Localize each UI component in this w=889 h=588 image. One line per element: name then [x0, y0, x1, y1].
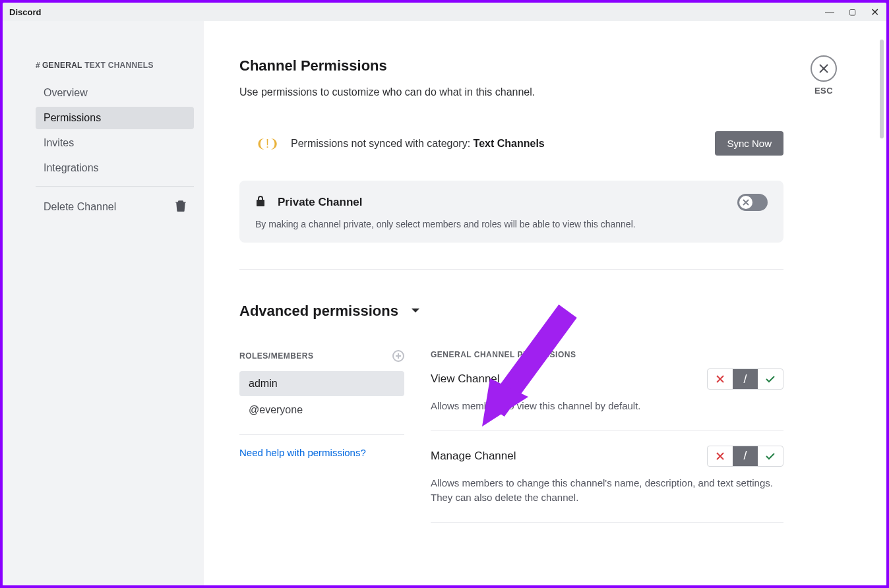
esc-label: ESC: [811, 86, 837, 96]
main-content: ESC Channel Permissions Use permissions …: [204, 21, 886, 585]
roles-divider: [239, 434, 404, 435]
sync-text: Permissions not synced with category: Te…: [291, 138, 545, 150]
channel-name-label: GENERAL: [42, 61, 82, 70]
general-permissions-heading: GENERAL CHANNEL PERMISSIONS: [431, 350, 783, 359]
window-controls: — ▢ ✕: [824, 6, 880, 18]
private-channel-card: Private Channel By making a channel priv…: [239, 181, 783, 243]
category-name-label: TEXT CHANNELS: [84, 61, 154, 70]
chevron-down-icon: [410, 303, 421, 320]
page-subtitle: Use permissions to customize who can do …: [239, 86, 886, 98]
window-minimize-button[interactable]: —: [824, 7, 835, 17]
settings-sidebar: #GENERAL TEXT CHANNELS Overview Permissi…: [3, 21, 204, 585]
help-link[interactable]: Need help with permissions?: [239, 447, 404, 458]
permission-divider: [431, 430, 783, 431]
advanced-permissions-label: Advanced permissions: [239, 303, 398, 320]
content-container: ESC Channel Permissions Use permissions …: [204, 21, 886, 537]
permission-divider: [431, 522, 783, 523]
toggle-knob-off-icon: [739, 196, 752, 209]
permission-description: Allows members to view this channel by d…: [431, 399, 783, 414]
app-window: Discord — ▢ ✕ #GENERAL TEXT CHANNELS Ove…: [3, 3, 886, 585]
permission-toggle-tri: /: [707, 368, 783, 390]
permission-description: Allows members to change this channel's …: [431, 476, 783, 506]
roles-members-heading: ROLES/MEMBERS: [239, 350, 404, 362]
lock-icon: [255, 195, 266, 210]
sidebar-item-integrations[interactable]: Integrations: [36, 157, 194, 179]
sync-now-button[interactable]: Sync Now: [715, 131, 783, 156]
window-maximize-button[interactable]: ▢: [847, 7, 857, 16]
close-settings-button[interactable]: ESC: [811, 55, 837, 96]
permission-toggle-tri: /: [707, 446, 783, 467]
permission-deny-button[interactable]: [708, 446, 733, 466]
hash-icon: #: [36, 61, 40, 70]
sidebar-item-permissions[interactable]: Permissions: [36, 107, 194, 129]
permission-name: Manage Channel: [431, 450, 516, 463]
sidebar-item-overview[interactable]: Overview: [36, 82, 194, 104]
permission-view-channel: View Channel / Allows members to view th…: [431, 368, 783, 414]
permission-neutral-button[interactable]: /: [733, 369, 758, 389]
role-item-admin[interactable]: admin: [239, 371, 404, 396]
close-icon: [811, 55, 837, 82]
permission-allow-button[interactable]: [758, 446, 783, 466]
permission-allow-button[interactable]: [758, 369, 783, 389]
titlebar: Discord — ▢ ✕: [3, 3, 886, 21]
sidebar-divider: [36, 186, 194, 187]
window-close-button[interactable]: ✕: [869, 6, 880, 18]
permissions-list-column: GENERAL CHANNEL PERMISSIONS View Channel…: [431, 350, 783, 537]
page-title: Channel Permissions: [239, 57, 886, 74]
private-channel-title: Private Channel: [278, 196, 363, 209]
sidebar-delete-channel[interactable]: Delete Channel: [36, 194, 194, 220]
private-channel-description: By making a channel private, only select…: [255, 219, 768, 229]
warning-icon: ❨!❩: [256, 136, 279, 151]
role-item-everyone[interactable]: @everyone: [239, 397, 404, 423]
trash-icon: [175, 200, 186, 214]
advanced-permissions-header[interactable]: Advanced permissions: [239, 303, 886, 320]
sidebar-heading: #GENERAL TEXT CHANNELS: [36, 61, 194, 70]
private-channel-toggle[interactable]: [737, 194, 768, 211]
add-role-button[interactable]: [392, 350, 404, 362]
permission-name: View Channel: [431, 372, 500, 386]
permission-manage-channel: Manage Channel / Allows members to chang…: [431, 446, 783, 506]
permission-neutral-button[interactable]: /: [733, 446, 758, 466]
permissions-columns: ROLES/MEMBERS admin @everyone Need help …: [239, 350, 783, 537]
permission-deny-button[interactable]: [708, 369, 733, 389]
sync-banner: ❨!❩ Permissions not synced with category…: [239, 126, 783, 161]
content-divider: [239, 269, 783, 270]
app-body: #GENERAL TEXT CHANNELS Overview Permissi…: [3, 21, 886, 585]
delete-channel-label: Delete Channel: [44, 201, 116, 213]
sidebar-item-invites[interactable]: Invites: [36, 132, 194, 154]
roles-column: ROLES/MEMBERS admin @everyone Need help …: [239, 350, 404, 537]
app-title: Discord: [9, 7, 41, 17]
